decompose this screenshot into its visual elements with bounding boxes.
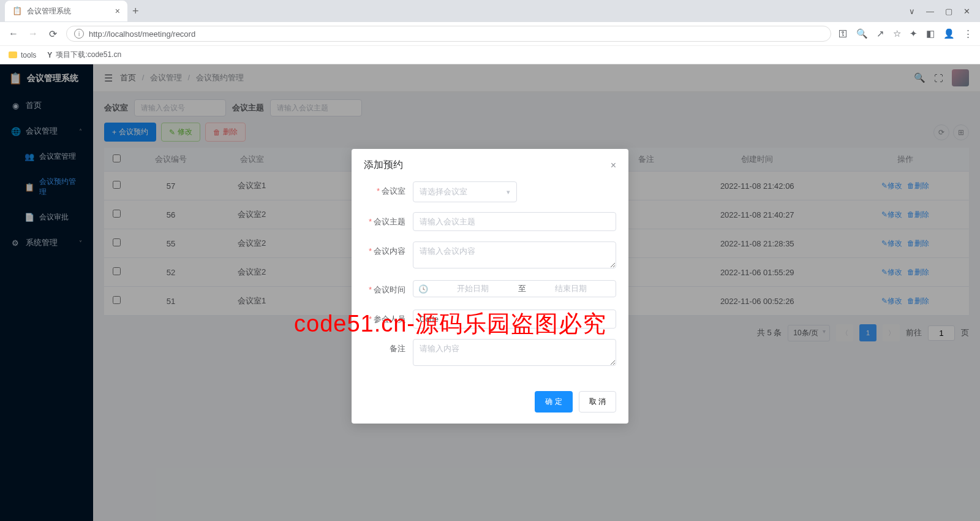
room-select[interactable]: 请选择会议室 ▾ bbox=[413, 181, 517, 202]
cancel-button[interactable]: 取 消 bbox=[579, 391, 616, 413]
browser-tab[interactable]: 📋 会议管理系统 × bbox=[5, 1, 127, 21]
menu-icon[interactable]: ⋮ bbox=[963, 28, 973, 39]
attendee-input[interactable] bbox=[413, 310, 616, 329]
tab-favicon-icon: 📋 bbox=[12, 6, 22, 16]
panel-icon[interactable]: ◧ bbox=[926, 28, 935, 39]
add-reservation-dialog: 添加预约 × *会议室 请选择会议室 ▾ *会议主题 *会议内容 bbox=[352, 149, 628, 424]
window-minimize-icon[interactable]: — bbox=[926, 7, 934, 16]
browser-chrome: 📋 会议管理系统 × + ∨ — ▢ ✕ ← → ⟳ i http://loca… bbox=[0, 0, 980, 64]
bookmark-favicon-icon: Y bbox=[47, 51, 52, 59]
profile-icon[interactable]: 👤 bbox=[943, 28, 955, 39]
app-root: 📋 会议管理系统 ◉ 首页 🌐 会议管理 ˄ 👥 会议室管理 📋 会议预约管理 … bbox=[0, 64, 980, 521]
address-bar: ← → ⟳ i http://localhost/meeting/record … bbox=[0, 22, 980, 45]
star-icon[interactable]: ☆ bbox=[893, 28, 901, 39]
content-textarea[interactable] bbox=[413, 241, 616, 268]
tab-close-icon[interactable]: × bbox=[115, 6, 120, 16]
time-range-picker[interactable]: 🕓 开始日期 至 结束日期 bbox=[413, 280, 616, 297]
nav-back-icon[interactable]: ← bbox=[7, 28, 20, 39]
nav-forward-icon[interactable]: → bbox=[27, 28, 39, 39]
zoom-icon[interactable]: 🔍 bbox=[856, 28, 868, 39]
dialog-header: 添加预约 × bbox=[352, 149, 628, 174]
window-controls: ∨ — ▢ ✕ bbox=[909, 7, 980, 16]
nav-reload-icon[interactable]: ⟳ bbox=[47, 28, 59, 40]
folder-icon bbox=[9, 51, 17, 58]
bookmarks-bar: tools Y 项目下载:code51.cn bbox=[0, 45, 980, 64]
remark-textarea[interactable] bbox=[413, 339, 616, 366]
dialog-footer: 确 定 取 消 bbox=[352, 385, 628, 424]
extension-icon[interactable]: ✦ bbox=[910, 28, 918, 39]
bookmark-tools[interactable]: tools bbox=[9, 51, 36, 59]
dialog-close-icon[interactable]: × bbox=[611, 160, 616, 171]
clock-icon: 🕓 bbox=[418, 284, 428, 294]
confirm-button[interactable]: 确 定 bbox=[535, 391, 572, 413]
new-tab-button[interactable]: + bbox=[132, 5, 139, 18]
tab-bar: 📋 会议管理系统 × + ∨ — ▢ ✕ bbox=[0, 0, 980, 22]
url-field[interactable]: i http://localhost/meeting/record bbox=[66, 26, 831, 42]
site-info-icon[interactable]: i bbox=[74, 29, 84, 39]
dialog-body: *会议室 请选择会议室 ▾ *会议主题 *会议内容 bbox=[352, 174, 628, 385]
window-maximize-icon[interactable]: ▢ bbox=[945, 7, 952, 16]
chevron-down-icon: ▾ bbox=[507, 188, 510, 196]
tab-title: 会议管理系统 bbox=[27, 6, 110, 17]
url-text: http://localhost/meeting/record bbox=[89, 29, 195, 39]
bookmark-code51[interactable]: Y 项目下载:code51.cn bbox=[47, 50, 121, 60]
window-close-icon[interactable]: ✕ bbox=[963, 7, 970, 16]
start-date: 开始日期 bbox=[433, 283, 513, 294]
share-icon[interactable]: ↗ bbox=[876, 28, 884, 39]
topic-input[interactable] bbox=[413, 212, 616, 231]
window-dropdown-icon[interactable]: ∨ bbox=[909, 7, 915, 16]
end-date: 结束日期 bbox=[531, 283, 611, 294]
dialog-title: 添加预约 bbox=[364, 159, 403, 172]
key-icon[interactable]: ⚿ bbox=[839, 28, 848, 39]
